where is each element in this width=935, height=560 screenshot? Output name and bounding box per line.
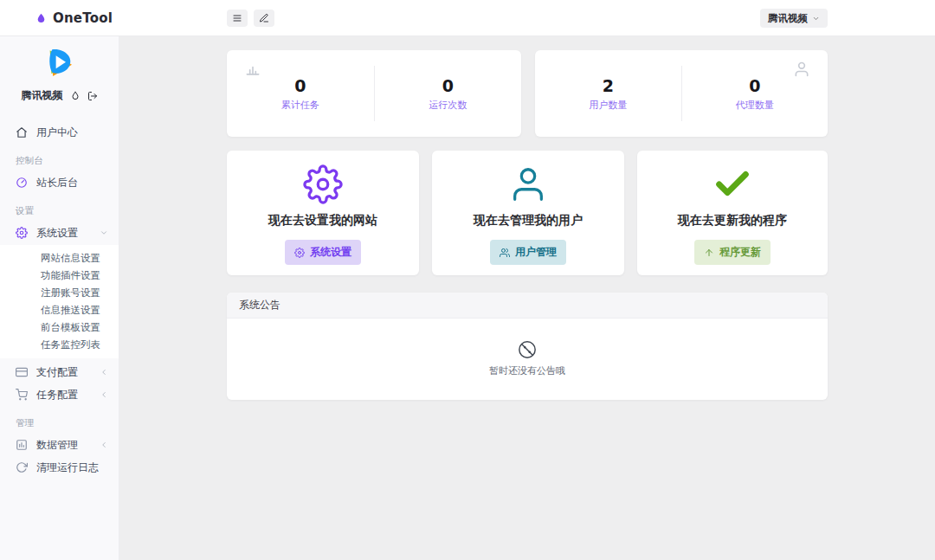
arrow-up-icon (704, 248, 714, 258)
profile-name: 腾讯视频 (22, 88, 63, 103)
announcement-panel: 系统公告 暂时还没有公告哦 (227, 293, 828, 400)
stat-cards-row: 0 累计任务 0 运行次数 2 用户数量 (227, 50, 828, 137)
sidebar-nav: 用户中心 控制台 站长后台 设置 系统设置 网站信息设置 功能插件设置 注册账号… (0, 122, 119, 478)
sidebar-item-clear-logs[interactable]: 清理运行日志 (0, 457, 119, 478)
stat-user-count: 2 用户数量 (535, 76, 681, 112)
chevron-left-icon (100, 390, 108, 399)
announcement-title: 系统公告 (227, 293, 828, 319)
sidebar-item-label: 数据管理 (36, 438, 78, 453)
sidebar-section-settings: 设置 (0, 205, 119, 217)
stat-label: 用户数量 (535, 99, 681, 112)
users-icon (500, 248, 510, 258)
sidebar-item-label: 系统设置 (36, 226, 78, 241)
chevron-down-icon (100, 229, 108, 237)
droplet-icon (35, 12, 48, 25)
sidebar-item-label: 清理运行日志 (36, 460, 99, 475)
workspace-dropdown[interactable]: 腾讯视频 (760, 9, 828, 28)
sidebar-item-system-settings[interactable]: 系统设置 (0, 222, 119, 243)
sidebar-item-label: 站长后台 (36, 176, 78, 190)
stat-run-count: 0 运行次数 (375, 76, 522, 112)
stat-total-tasks: 0 累计任务 (227, 76, 374, 112)
stat-label: 运行次数 (375, 99, 522, 112)
action-card-title: 现在去设置我的网站 (268, 213, 377, 229)
top-bar: OneTool 腾讯视频 (0, 0, 935, 36)
submenu-item-push[interactable]: 信息推送设置 (0, 301, 119, 319)
submenu-item-task-monitor[interactable]: 任务监控列表 (0, 336, 119, 353)
workspace-label: 腾讯视频 (768, 12, 808, 25)
menu-icon (232, 13, 242, 23)
button-label: 系统设置 (310, 245, 351, 260)
stat-card-users: 2 用户数量 0 代理数量 (535, 50, 828, 137)
action-cards-row: 现在去设置我的网站 系统设置 现在去管理我的用户 用户管理 (227, 151, 828, 275)
submenu-item-template[interactable]: 前台模板设置 (0, 319, 119, 336)
sidebar: 腾讯视频 用户中心 控制台 站长后台 设置 系统设置 网站信息设置 功能插件设置… (0, 36, 119, 560)
action-card-title: 现在去更新我的程序 (678, 213, 787, 229)
chevron-down-icon (812, 15, 820, 23)
action-card-site-setup: 现在去设置我的网站 系统设置 (227, 151, 419, 275)
brand-name: OneTool (53, 10, 113, 26)
button-label: 程序更新 (719, 245, 761, 260)
user-management-button[interactable]: 用户管理 (490, 240, 566, 265)
stat-agent-count: 0 代理数量 (682, 76, 829, 112)
logout-icon[interactable] (87, 91, 98, 101)
program-update-button[interactable]: 程序更新 (694, 240, 771, 265)
sidebar-item-label: 用户中心 (36, 126, 78, 140)
brush-icon (259, 13, 269, 23)
home-icon (16, 126, 28, 138)
action-card-manage-users: 现在去管理我的用户 用户管理 (432, 151, 624, 275)
gear-icon (16, 227, 28, 239)
stat-label: 累计任务 (227, 99, 374, 112)
sidebar-section-manage: 管理 (0, 417, 119, 429)
sidebar-item-data-manage[interactable]: 数据管理 (0, 434, 119, 455)
sidebar-item-webmaster[interactable]: 站长后台 (0, 172, 119, 193)
main-area: 0 累计任务 0 运行次数 2 用户数量 (119, 36, 935, 560)
slash-icon (518, 340, 537, 359)
user-icon (508, 164, 548, 204)
gear-icon (294, 248, 305, 258)
action-card-title: 现在去管理我的用户 (474, 213, 583, 229)
sidebar-item-label: 任务配置 (36, 388, 78, 402)
button-label: 用户管理 (515, 245, 557, 260)
chevron-left-icon (100, 368, 108, 377)
theme-button[interactable] (254, 10, 274, 27)
sidebar-item-user-center[interactable]: 用户中心 (0, 122, 119, 143)
submenu-item-register[interactable]: 注册账号设置 (0, 284, 119, 301)
sidebar-section-console: 控制台 (0, 155, 119, 167)
stat-value: 0 (375, 76, 522, 95)
action-card-update-program: 现在去更新我的程序 程序更新 (637, 151, 828, 275)
stat-label: 代理数量 (682, 99, 829, 112)
sidebar-item-label: 支付配置 (36, 365, 78, 380)
system-settings-submenu: 网站信息设置 功能插件设置 注册账号设置 信息推送设置 前台模板设置 任务监控列… (0, 245, 119, 358)
stat-card-tasks: 0 累计任务 0 运行次数 (227, 50, 521, 137)
droplet-icon[interactable] (70, 91, 81, 101)
sidebar-profile: 腾讯视频 (0, 36, 119, 103)
brand: OneTool (35, 0, 113, 36)
tencent-video-logo (42, 45, 78, 81)
submenu-item-site-info[interactable]: 网站信息设置 (0, 249, 119, 267)
submenu-item-plugins[interactable]: 功能插件设置 (0, 267, 119, 284)
sidebar-item-payment[interactable]: 支付配置 (0, 362, 119, 383)
credit-card-icon (16, 366, 28, 378)
stat-value: 0 (227, 76, 374, 95)
announcement-empty-state: 暂时还没有公告哦 (227, 319, 828, 399)
check-icon (713, 164, 752, 204)
gauge-icon (16, 177, 28, 189)
chart-box-icon (16, 439, 28, 451)
sidebar-item-task-config[interactable]: 任务配置 (0, 384, 119, 405)
stat-value: 2 (535, 76, 681, 95)
chevron-left-icon (100, 441, 108, 449)
system-settings-button[interactable]: 系统设置 (285, 240, 361, 265)
header-actions (227, 10, 274, 27)
stat-value: 0 (682, 76, 829, 95)
gear-icon (303, 164, 343, 204)
refresh-icon (16, 461, 28, 473)
empty-text: 暂时还没有公告哦 (489, 364, 565, 377)
sidebar-toggle-button[interactable] (227, 10, 248, 27)
cart-icon (16, 389, 28, 401)
